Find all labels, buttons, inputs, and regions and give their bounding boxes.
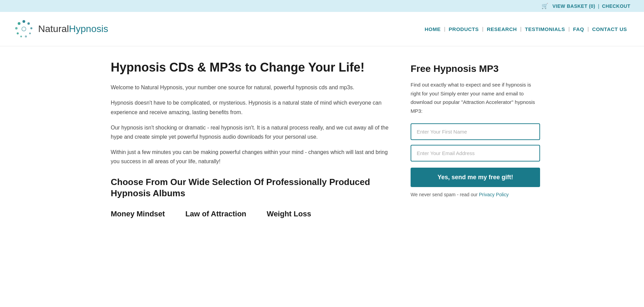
- left-content: Hypnosis CDs & MP3s to Change Your Life!…: [111, 60, 390, 218]
- svg-point-9: [22, 27, 26, 31]
- svg-point-6: [17, 32, 19, 34]
- main-nav: HOME | PRODUCTS | RESEARCH | TESTIMONIAL…: [421, 26, 630, 32]
- cart-icon: 🛒: [541, 3, 548, 9]
- nav-testimonials[interactable]: TESTIMONIALS: [521, 26, 568, 32]
- name-input[interactable]: [411, 123, 540, 140]
- intro-paragraph-1: Welcome to Natural Hypnosis, your number…: [111, 83, 390, 92]
- logo-icon: [14, 19, 34, 39]
- main-heading: Hypnosis CDs & MP3s to Change Your Life!: [111, 60, 390, 75]
- category-money-mindset[interactable]: Money Mindset: [111, 210, 165, 218]
- svg-point-1: [28, 22, 30, 25]
- nav-home[interactable]: HOME: [421, 26, 444, 32]
- intro-paragraph-4: Within just a few minutes you can be mak…: [111, 148, 390, 166]
- nav-faq[interactable]: FAQ: [570, 26, 587, 32]
- spam-notice: We never send spam - read our Privacy Po…: [411, 192, 540, 197]
- submit-button[interactable]: Yes, send me my free gift!: [411, 168, 540, 187]
- sidebar-description: Find out exactly what to expect and see …: [411, 80, 540, 115]
- nav-research[interactable]: RESEARCH: [484, 26, 520, 32]
- email-input[interactable]: [411, 145, 540, 162]
- intro-paragraph-3: Our hypnosis isn't shocking or dramatic …: [111, 123, 390, 141]
- checkout-link[interactable]: CHECKOUT: [602, 3, 630, 9]
- view-basket-link[interactable]: VIEW BASKET (0): [552, 3, 595, 9]
- svg-point-4: [25, 35, 27, 37]
- logo-text: NaturalHypnosis: [38, 24, 108, 34]
- svg-point-2: [30, 27, 32, 29]
- category-law-attraction[interactable]: Law of Attraction: [185, 210, 246, 218]
- svg-point-8: [18, 22, 20, 25]
- email-field-group: [411, 145, 540, 162]
- categories: Money Mindset Law of Attraction Weight L…: [111, 210, 390, 218]
- right-sidebar: Free Hypnosis MP3 Find out exactly what …: [411, 60, 540, 218]
- nav-contact[interactable]: CONTACT US: [589, 26, 630, 32]
- top-bar: 🛒 VIEW BASKET (0) | CHECKOUT: [0, 0, 644, 12]
- category-weight-loss[interactable]: Weight Loss: [267, 210, 311, 218]
- privacy-policy-link[interactable]: Privacy Policy: [479, 192, 509, 197]
- section-heading: Choose From Our Wide Selection Of Profes…: [111, 176, 390, 200]
- divider: |: [598, 3, 599, 9]
- logo-area: NaturalHypnosis: [14, 19, 108, 39]
- header: NaturalHypnosis HOME | PRODUCTS | RESEAR…: [0, 12, 644, 46]
- intro-paragraph-2: Hypnosis doesn't have to be complicated,…: [111, 98, 390, 117]
- svg-point-0: [22, 20, 25, 23]
- nav-products[interactable]: PRODUCTS: [445, 26, 482, 32]
- sidebar-heading: Free Hypnosis MP3: [411, 63, 540, 74]
- svg-point-7: [15, 27, 18, 30]
- svg-point-5: [20, 36, 22, 37]
- svg-point-3: [29, 33, 31, 34]
- name-field-group: [411, 123, 540, 140]
- main-wrapper: Hypnosis CDs & MP3s to Change Your Life!…: [83, 46, 561, 232]
